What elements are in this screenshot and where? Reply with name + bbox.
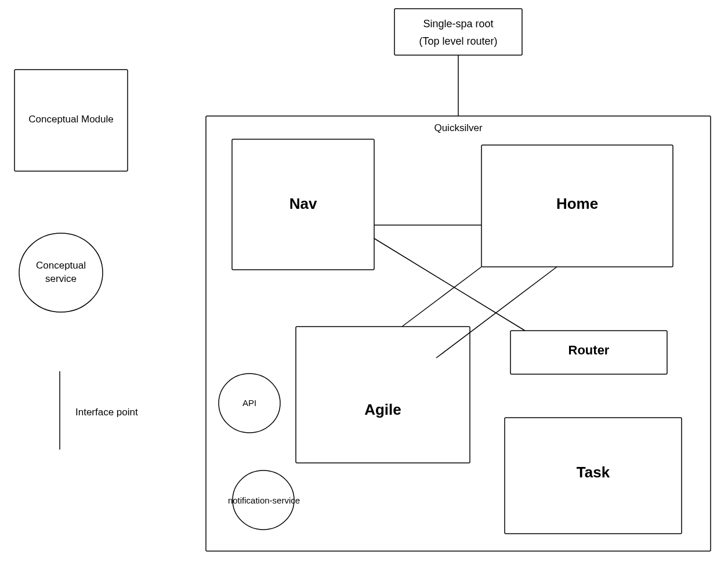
root-title-line2: (Top level router) <box>394 35 522 48</box>
module-nav: Nav <box>232 194 374 214</box>
service-notification: notification-service <box>215 495 313 506</box>
svg-line-11 <box>374 238 525 331</box>
svg-rect-2 <box>206 116 711 551</box>
legend-interface-label: Interface point <box>75 406 180 419</box>
service-api: API <box>219 397 280 409</box>
legend-service-label-line2: service <box>20 273 102 285</box>
svg-rect-5 <box>296 327 470 463</box>
root-title-line1: Single-spa root <box>394 17 522 31</box>
module-router: Router <box>510 342 667 359</box>
module-task: Task <box>505 463 682 483</box>
legend-module-label: Conceptual Module <box>15 113 128 126</box>
module-agile: Agile <box>296 400 470 420</box>
module-home: Home <box>481 194 673 214</box>
svg-line-12 <box>402 267 481 327</box>
container-title: Quicksilver <box>418 122 499 135</box>
legend-service-label-line1: Conceptual <box>20 259 102 272</box>
